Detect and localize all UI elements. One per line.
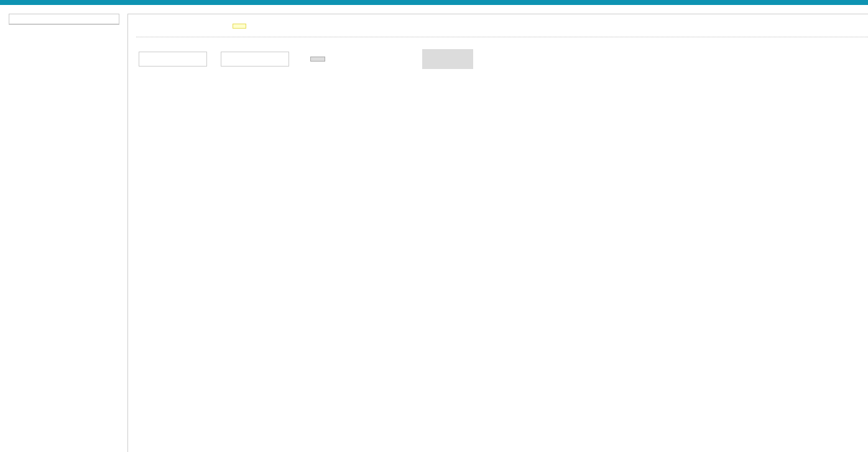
main-panel — [127, 14, 868, 452]
logo — [9, 14, 119, 24]
sidebar — [9, 14, 119, 25]
page-header — [136, 14, 868, 37]
phone-input[interactable] — [221, 52, 289, 67]
export-data-button[interactable] — [422, 49, 473, 69]
query-button[interactable] — [310, 57, 325, 62]
top-accent-bar — [0, 0, 868, 5]
filter-bar — [136, 49, 868, 69]
sn-input[interactable] — [139, 52, 207, 67]
add-button[interactable] — [233, 24, 246, 29]
